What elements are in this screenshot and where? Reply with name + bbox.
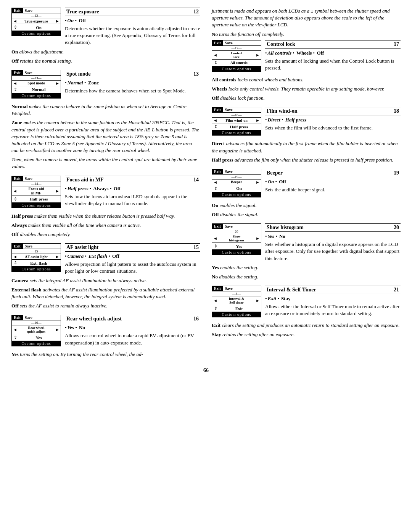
current-value: Normal [19,87,59,92]
scale-label: —12— [12,13,61,18]
nav-row[interactable]: ◄ Focus aid in MF ► [12,186,61,196]
save-button[interactable]: Save [223,40,235,45]
scale-label: —16— [12,320,61,325]
custom-options-button[interactable]: Custom options [212,130,261,135]
arrow-right-icon[interactable]: ► [55,327,60,332]
current-value: Yes [19,335,59,340]
section-title: Film wind-on [267,108,298,114]
exit-button[interactable]: Exit [12,176,23,181]
save-button[interactable]: Save [223,224,235,229]
up-down-icon[interactable]: ⇕ [214,124,217,129]
save-button[interactable]: Save [23,315,34,320]
exit-button[interactable]: Exit [12,8,23,13]
exit-button[interactable]: Exit [212,107,223,112]
custom-options-button[interactable]: Custom options [12,93,61,98]
arrow-right-icon[interactable]: ► [55,189,60,193]
widget-focus-aid-mf[interactable]: Exit Save —14— ◄ Focus aid in MF ► ⇕ Hal… [11,176,61,208]
nav-row[interactable]: ◄ Film wind-on ► [212,118,261,123]
exit-button[interactable]: Exit [12,315,23,320]
exit-button[interactable]: Exit [12,244,23,249]
exit-button[interactable]: Exit [212,224,223,229]
up-down-icon[interactable]: ⇕ [14,260,17,265]
section-title: Spot mode [66,71,90,77]
up-down-icon[interactable]: ⇕ [214,186,217,191]
widget-interval-self-timer[interactable]: Exit Save —4— ◄ Interval & Self timer ► … [212,286,261,317]
arrow-right-icon[interactable]: ► [256,118,260,123]
up-down-icon[interactable]: ⇕ [214,244,217,249]
nav-row[interactable]: ◄ Rear wheel quick adjust ► [12,325,61,334]
arrow-left-icon[interactable]: ◄ [213,236,217,241]
exit-button[interactable]: Exit [12,70,23,75]
title-row: Film wind-on 18 [265,107,401,115]
save-button[interactable]: Save [23,176,34,181]
arrow-right-icon[interactable]: ► [256,298,260,303]
custom-options-button[interactable]: Custom options [212,192,261,197]
up-down-icon[interactable]: ⇕ [214,306,217,311]
section-options: •Yes • No [65,325,200,331]
intro-text: justment is made and appears on both LCD… [212,8,401,29]
custom-options-button[interactable]: Custom options [212,66,261,71]
arrow-left-icon[interactable]: ◄ [13,19,17,23]
left-column: Exit Save —12— ◄ True exposure ► ⇕ On Cu… [11,8,200,364]
widget-rear-wheel-quick[interactable]: Exit Save —16— ◄ Rear wheel quick adjust… [11,315,61,346]
save-button[interactable]: Save [223,286,235,291]
exit-button[interactable]: Exit [212,286,223,291]
widget-control-lock[interactable]: Exit Save —17— ◄ Control lock ► ⇕ All co… [212,40,261,72]
right-column: justment is made and appears on both LCD… [212,8,401,364]
custom-options-button[interactable]: Custom options [12,267,61,272]
nav-row[interactable]: ◄ Interval & Self timer ► [212,296,261,305]
arrow-left-icon[interactable]: ◄ [213,53,217,57]
custom-options-button[interactable]: Custom options [12,31,61,36]
section-focus-aid-mf: Exit Save —14— ◄ Focus aid in MF ► ⇕ Hal… [11,176,200,238]
section-info-show-histogram: Show histogram 20 •Yes • No Sets whether… [265,223,401,262]
exit-button[interactable]: Exit [212,40,223,45]
arrow-right-icon[interactable]: ► [256,180,260,184]
save-button[interactable]: Save [23,8,34,13]
widget-beeper[interactable]: Exit Save —19— ◄ Beeper ► ⇕ On Custom op… [212,169,261,197]
nav-row[interactable]: ◄ Spot mode ► [12,81,61,86]
widget-show-histogram[interactable]: Exit Save —20— ◄ Show histogram ► ⇕ Yes … [212,223,261,255]
nav-label: Control lock [219,51,254,59]
nav-row[interactable]: ◄ Beeper ► [212,179,261,185]
arrow-left-icon[interactable]: ◄ [213,118,217,123]
arrow-right-icon[interactable]: ► [55,19,60,23]
up-down-icon[interactable]: ⇕ [214,60,217,65]
custom-options-button[interactable]: Custom options [212,312,261,317]
up-down-icon[interactable]: ⇕ [14,197,17,202]
up-down-icon[interactable]: ⇕ [14,335,17,340]
nav-row[interactable]: ◄ AF assist light ► [12,254,61,260]
widget-af-assist-light[interactable]: Exit Save —15— ◄ AF assist light ► ⇕ Ext… [11,243,61,272]
nav-row[interactable]: ◄ Show histogram ► [212,234,261,243]
off-para: Off sets the AF assist to remain always … [11,302,200,309]
nav-row[interactable]: ◄ True exposure ► [12,18,61,24]
custom-options-button[interactable]: Custom options [12,203,61,208]
widget-true-exposure[interactable]: Exit Save —12— ◄ True exposure ► ⇕ On Cu… [11,8,61,36]
arrow-left-icon[interactable]: ◄ [13,327,17,332]
arrow-right-icon[interactable]: ► [256,236,260,241]
custom-options-button[interactable]: Custom options [212,250,261,255]
yes-para: Yes turns the setting on. By turning the… [11,351,200,358]
save-button[interactable]: Save [23,244,34,249]
up-down-icon[interactable]: ⇕ [14,25,17,30]
save-button[interactable]: Save [23,70,34,75]
save-button[interactable]: Save [223,169,235,174]
save-button[interactable]: Save [223,107,235,112]
arrow-left-icon[interactable]: ◄ [13,189,17,193]
value-row: ⇕ Half press [212,123,261,130]
arrow-right-icon[interactable]: ► [256,53,260,57]
arrow-left-icon[interactable]: ◄ [13,81,17,86]
arrow-left-icon[interactable]: ◄ [13,254,17,259]
exit-button[interactable]: Exit [212,169,223,174]
widget-film-wind-on[interactable]: Exit Save —18— ◄ Film wind-on ► ⇕ Half p… [212,107,261,136]
nav-label: Spot mode [18,81,54,85]
arrow-right-icon[interactable]: ► [55,254,60,259]
widget-spot-mode[interactable]: Exit Save —13— ◄ Spot mode ► ⇕ Normal Cu… [11,70,61,99]
section-title: Focus aid in MF [66,177,104,183]
custom-options-button[interactable]: Custom options [12,341,61,346]
scale-label: —15— [12,249,61,254]
arrow-right-icon[interactable]: ► [55,81,60,86]
arrow-left-icon[interactable]: ◄ [213,180,217,184]
nav-row[interactable]: ◄ Control lock ► [212,51,261,60]
arrow-left-icon[interactable]: ◄ [213,298,217,303]
up-down-icon[interactable]: ⇕ [14,87,17,92]
